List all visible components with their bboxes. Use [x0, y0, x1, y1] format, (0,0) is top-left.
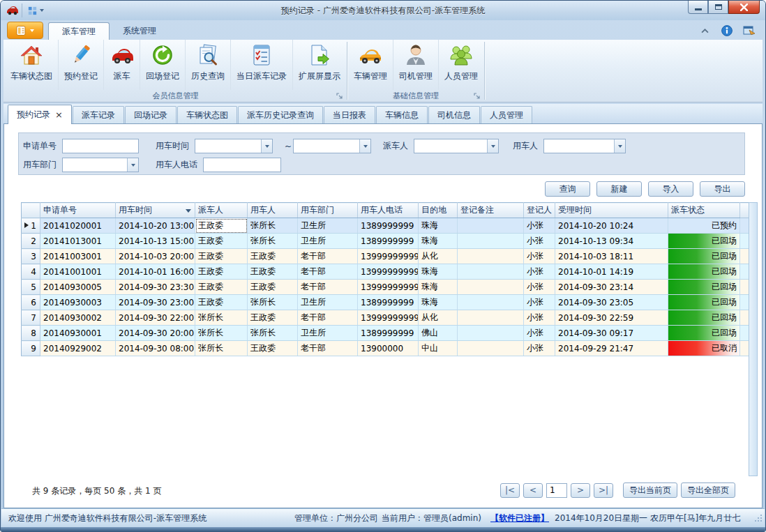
table-row[interactable]: 5201409300052014-09-30 23:30王政委王政委老干部139… — [22, 280, 751, 295]
page-number-input[interactable] — [546, 483, 567, 498]
column-header-9[interactable]: 受理时间 — [555, 203, 668, 218]
cell-apply-no[interactable]: 20140930001 — [40, 326, 116, 341]
cell-user[interactable]: 王政委 — [248, 264, 298, 280]
cell-status[interactable]: 已取消 — [668, 341, 740, 356]
cell-status[interactable]: 已回场 — [668, 249, 740, 264]
ribbon-button-driver[interactable]: 司机管理 — [393, 40, 439, 90]
row-indicator-cell[interactable]: 9 — [22, 341, 40, 356]
row-indicator-cell[interactable]: 7 — [22, 310, 40, 326]
cell-apply-no[interactable]: 20140930003 — [40, 295, 116, 310]
cell-phone[interactable]: 13999999999 — [358, 249, 419, 264]
cell-department[interactable]: 卫生所 — [298, 326, 358, 341]
quick-access-toolbar-button[interactable] — [22, 3, 44, 17]
cell-department[interactable]: 老干部 — [298, 264, 358, 280]
row-indicator-cell[interactable]: 5 — [22, 280, 40, 295]
cell-destination[interactable]: 珠海 — [419, 264, 458, 280]
cell-registrar[interactable]: 小张 — [524, 264, 555, 280]
doc-tab-6[interactable]: 车辆信息 — [376, 106, 428, 123]
export-all-pages-button[interactable]: 导出全部页 — [681, 482, 735, 498]
cell-use-time[interactable]: 2014-09-30 23:30 — [116, 280, 195, 295]
cell-registrar[interactable]: 小张 — [524, 218, 555, 234]
doc-tab-2[interactable]: 回场记录 — [125, 106, 177, 123]
cell-dispatcher[interactable]: 张所长 — [195, 310, 248, 326]
doc-tab-4[interactable]: 派车历史记录查询 — [238, 106, 323, 123]
cell-registrar[interactable]: 小张 — [524, 234, 555, 249]
cell-accept-time[interactable]: 2014-09-30 09:17 — [555, 326, 668, 341]
cell-status[interactable]: 已回场 — [668, 326, 740, 341]
close-tab-icon[interactable]: × — [55, 110, 63, 119]
dropdown-button[interactable] — [614, 139, 625, 153]
cell-registrar[interactable]: 小张 — [524, 326, 555, 341]
doc-tab-8[interactable]: 人员管理 — [481, 106, 532, 123]
ribbon-button-people[interactable]: 人员管理 — [439, 40, 483, 90]
cell-remark[interactable] — [458, 280, 524, 295]
cell-phone[interactable]: 1389999999 — [358, 295, 419, 310]
column-header-0[interactable]: 申请单号 — [40, 203, 116, 218]
cell-phone[interactable]: 1389999999 — [358, 218, 419, 234]
column-header-1[interactable]: 用车时间 — [116, 203, 195, 218]
table-row[interactable]: 3201410030012014-10-03 20:00王政委王政委老干部139… — [22, 249, 751, 264]
cell-user[interactable]: 王政委 — [248, 249, 298, 264]
license-link[interactable]: 【软件已注册】 — [490, 509, 549, 527]
cell-destination[interactable]: 从化 — [419, 310, 458, 326]
cell-phone[interactable]: 13999999999 — [358, 280, 419, 295]
cell-user[interactable]: 张所长 — [248, 218, 298, 234]
ribbon-button-pencil[interactable]: 预约登记 — [59, 40, 104, 90]
cell-department[interactable]: 卫生所 — [298, 295, 358, 310]
cell-dispatcher[interactable]: 王政委 — [195, 234, 248, 249]
cell-department[interactable]: 卫生所 — [298, 218, 358, 234]
cell-status[interactable]: 已回场 — [668, 295, 740, 310]
column-header-3[interactable]: 用车人 — [248, 203, 298, 218]
cell-status[interactable]: 已回场 — [668, 280, 740, 295]
cell-remark[interactable] — [458, 310, 524, 326]
cell-dispatcher[interactable]: 王政委 — [195, 218, 248, 234]
row-indicator-cell[interactable]: 2 — [22, 234, 40, 249]
cell-accept-time[interactable]: 2014-09-30 23:14 — [555, 280, 668, 295]
app-logo-car-icon[interactable] — [6, 5, 19, 15]
prev-page-button[interactable]: < — [523, 483, 543, 498]
cell-dispatcher[interactable]: 王政委 — [195, 264, 248, 280]
table-row[interactable]: 9201409290022014-09-30 08:00张所长王政委老干部139… — [22, 341, 751, 356]
cell-accept-time[interactable]: 2014-10-13 09:34 — [555, 234, 668, 249]
column-header-6[interactable]: 目的地 — [419, 203, 458, 218]
table-row[interactable]: 6201409300032014-09-30 23:00王政委张所长卫生所138… — [22, 295, 751, 310]
dropdown-button[interactable] — [261, 139, 272, 153]
ribbon-button-screen-export[interactable]: 扩展屏显示 — [293, 40, 346, 90]
cell-use-time[interactable]: 2014-10-20 13:00 — [116, 218, 195, 234]
column-header-7[interactable]: 登记备注 — [458, 203, 524, 218]
cell-user[interactable]: 张所长 — [248, 326, 298, 341]
cell-apply-no[interactable]: 20141003001 — [40, 249, 116, 264]
ribbon-button-red-car[interactable]: 派车 — [104, 40, 140, 90]
cell-accept-time[interactable]: 2014-10-03 18:11 — [555, 249, 668, 264]
ribbon-button-search-document[interactable]: 历史查询 — [186, 40, 231, 90]
dropdown-button[interactable] — [359, 139, 370, 153]
column-header-8[interactable]: 登记人 — [524, 203, 555, 218]
doc-tab-1[interactable]: 派车记录 — [73, 106, 124, 123]
row-indicator-cell[interactable]: 8 — [22, 326, 40, 341]
cell-user[interactable]: 王政委 — [248, 310, 298, 326]
cell-accept-time[interactable]: 2014-09-30 23:05 — [555, 295, 668, 310]
cell-use-time[interactable]: 2014-09-30 08:00 — [116, 341, 195, 356]
cell-apply-no[interactable]: 20140929002 — [40, 341, 116, 356]
column-header-5[interactable]: 用车人电话 — [358, 203, 419, 218]
ribbon-button-checklist[interactable]: 当日派车记录 — [231, 40, 293, 90]
maximize-button[interactable] — [708, 1, 728, 14]
cell-dispatcher[interactable]: 张所长 — [195, 326, 248, 341]
application-menu-button[interactable] — [7, 22, 43, 39]
cell-destination[interactable]: 珠海 — [419, 218, 458, 234]
resize-grip[interactable] — [754, 514, 763, 524]
cell-accept-time[interactable]: 2014-10-01 14:19 — [555, 264, 668, 280]
last-page-button[interactable]: >| — [594, 483, 613, 498]
cell-use-time[interactable]: 2014-09-30 20:00 — [116, 326, 195, 341]
cell-department[interactable]: 老干部 — [298, 310, 358, 326]
cell-remark[interactable] — [458, 218, 524, 234]
cell-status[interactable]: 已回场 — [668, 264, 740, 280]
cell-destination[interactable]: 珠海 — [419, 234, 458, 249]
cell-destination[interactable]: 珠海 — [419, 295, 458, 310]
table-row[interactable]: 8201409300012014-09-30 20:00张所长张所长卫生所138… — [22, 326, 751, 341]
cell-remark[interactable] — [458, 249, 524, 264]
cell-phone[interactable]: 1389999999 — [358, 234, 419, 249]
new-button[interactable]: 新建 — [596, 181, 642, 197]
dropdown-button[interactable] — [127, 158, 138, 172]
vertical-scrollbar[interactable] — [749, 202, 758, 476]
